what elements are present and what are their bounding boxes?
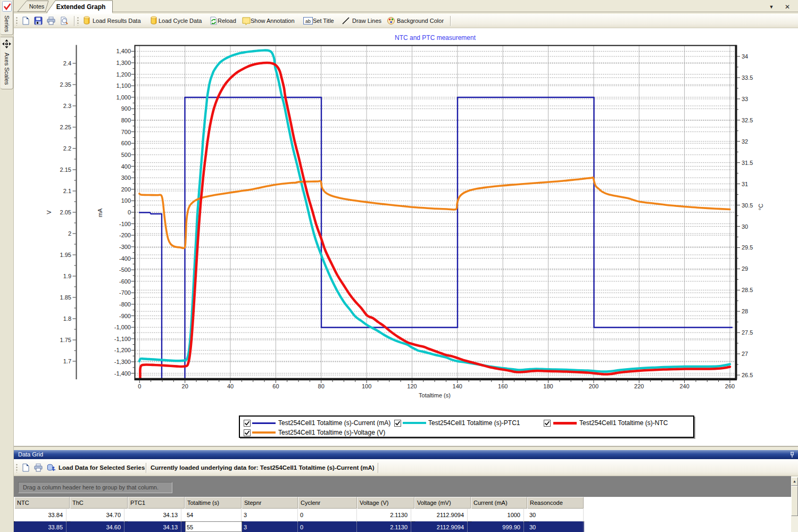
- svg-text:200: 200: [589, 383, 598, 389]
- svg-text:31.5: 31.5: [742, 160, 753, 166]
- svg-text:-600: -600: [119, 278, 131, 285]
- svg-text:120: 120: [407, 383, 417, 389]
- svg-text:180: 180: [543, 383, 553, 389]
- svg-text:-700: -700: [119, 289, 131, 296]
- svg-text:800: 800: [121, 117, 131, 123]
- svg-text:-400: -400: [119, 255, 131, 262]
- svg-text:300: 300: [121, 174, 131, 181]
- svg-text:2.25: 2.25: [60, 124, 71, 130]
- svg-text:-300: -300: [119, 244, 131, 250]
- svg-text:NTC and PTC measurement: NTC and PTC measurement: [395, 34, 476, 41]
- svg-text:34: 34: [742, 53, 748, 60]
- svg-text:30.5: 30.5: [742, 202, 753, 209]
- svg-text:140: 140: [453, 383, 462, 389]
- svg-text:-1,100: -1,100: [114, 336, 131, 342]
- svg-text:100: 100: [362, 383, 371, 389]
- svg-text:-900: -900: [119, 313, 131, 319]
- svg-text:80: 80: [318, 383, 325, 389]
- svg-text:-100: -100: [119, 221, 131, 227]
- svg-text:2.1: 2.1: [63, 188, 71, 194]
- svg-text:1.85: 1.85: [60, 294, 71, 301]
- svg-text:2.4: 2.4: [63, 60, 71, 66]
- svg-text:27: 27: [742, 351, 748, 357]
- svg-text:-800: -800: [119, 301, 131, 307]
- svg-text:Extended Graph: Extended Graph: [56, 3, 106, 11]
- svg-text:1,000: 1,000: [116, 94, 131, 101]
- svg-text:V: V: [46, 210, 52, 214]
- svg-text:2.2: 2.2: [63, 145, 71, 152]
- svg-text:260: 260: [725, 383, 735, 389]
- svg-text:1.75: 1.75: [60, 337, 71, 343]
- svg-text:0: 0: [128, 209, 131, 215]
- svg-text:60: 60: [272, 383, 279, 389]
- svg-text:Notes: Notes: [29, 3, 45, 10]
- svg-text:2.35: 2.35: [60, 81, 71, 88]
- svg-text:27.5: 27.5: [742, 329, 753, 336]
- svg-text:33.5: 33.5: [742, 74, 753, 81]
- svg-text:2: 2: [68, 230, 71, 237]
- svg-text:1.9: 1.9: [63, 273, 71, 279]
- svg-text:29: 29: [742, 265, 748, 272]
- svg-text:-200: -200: [119, 232, 131, 238]
- svg-text:-1,400: -1,400: [114, 370, 131, 377]
- svg-text:1,400: 1,400: [116, 48, 131, 54]
- svg-text:°C: °C: [758, 204, 764, 210]
- svg-text:33: 33: [742, 96, 748, 102]
- svg-text:600: 600: [121, 140, 131, 146]
- svg-text:240: 240: [679, 383, 689, 389]
- svg-text:29.5: 29.5: [742, 244, 753, 251]
- svg-text:160: 160: [498, 383, 508, 389]
- svg-text:40: 40: [227, 383, 234, 389]
- svg-text:220: 220: [634, 383, 644, 389]
- svg-text:900: 900: [121, 105, 131, 112]
- svg-text:1.8: 1.8: [63, 315, 71, 322]
- svg-text:1,100: 1,100: [116, 82, 131, 89]
- svg-text:-1,300: -1,300: [114, 359, 131, 365]
- svg-text:-500: -500: [119, 267, 131, 273]
- svg-text:32: 32: [742, 138, 748, 145]
- svg-text:2.15: 2.15: [60, 167, 71, 173]
- svg-text:400: 400: [121, 163, 131, 170]
- svg-text:500: 500: [121, 152, 131, 158]
- svg-text:2.3: 2.3: [63, 103, 71, 109]
- svg-text:32.5: 32.5: [742, 117, 753, 123]
- svg-text:200: 200: [121, 186, 131, 193]
- svg-text:-1,200: -1,200: [114, 347, 131, 353]
- svg-text:30: 30: [742, 223, 748, 230]
- svg-text:1.95: 1.95: [60, 252, 71, 258]
- svg-text:28.5: 28.5: [742, 287, 753, 293]
- svg-text:mA: mA: [97, 208, 103, 217]
- svg-text:0: 0: [138, 383, 141, 389]
- svg-text:700: 700: [121, 129, 131, 135]
- svg-text:1,200: 1,200: [116, 71, 131, 78]
- svg-text:100: 100: [121, 197, 131, 204]
- svg-text:31: 31: [742, 181, 748, 187]
- svg-text:28: 28: [742, 308, 748, 314]
- svg-text:1.7: 1.7: [63, 358, 71, 364]
- svg-text:1,300: 1,300: [116, 60, 131, 66]
- svg-text:2.05: 2.05: [60, 209, 71, 215]
- svg-text:-1,000: -1,000: [114, 324, 131, 330]
- svg-text:Totaltime (s): Totaltime (s): [419, 392, 451, 398]
- svg-text:ab: ab: [305, 19, 311, 24]
- svg-text:26.5: 26.5: [742, 372, 753, 378]
- svg-text:20: 20: [182, 383, 188, 389]
